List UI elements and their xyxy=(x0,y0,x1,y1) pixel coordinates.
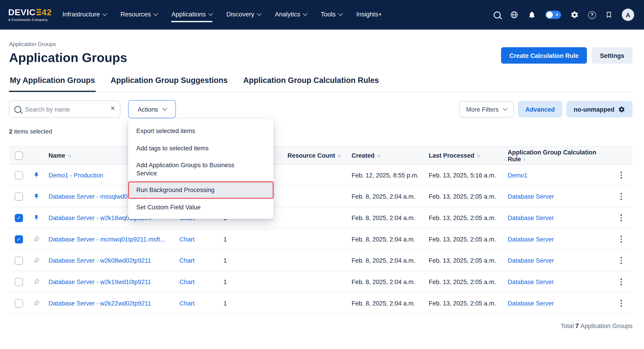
total-count: Total7Application Groups xyxy=(9,322,632,330)
kebab-menu-icon[interactable] xyxy=(617,300,625,307)
group-name-link[interactable]: Database Server - mcmwq01tp9211.msft... xyxy=(48,236,165,243)
settings-button[interactable]: Settings xyxy=(592,47,632,64)
chevron-down-icon xyxy=(208,11,213,16)
tab-application-group-suggestions[interactable]: Application Group Suggestions xyxy=(110,76,228,92)
last-processed-value: Feb. 13, 2025, 2:05 a.m. xyxy=(422,228,500,250)
sort-icon: ↑↓ xyxy=(338,153,341,158)
tab-my-application-groups[interactable]: My Application Groups xyxy=(9,76,96,92)
more-filters-button[interactable]: More Filters xyxy=(459,101,514,117)
saved-filter-button[interactable]: no-unmapped xyxy=(566,101,632,117)
logo-subtitle: A Freshworks Company xyxy=(8,18,52,22)
row-checkbox[interactable] xyxy=(15,299,23,307)
calc-rule-link[interactable]: Database Server xyxy=(508,214,554,222)
group-name-link[interactable]: Database Server - w2k08wd02tp9211 xyxy=(48,257,151,264)
avatar[interactable]: A xyxy=(622,9,634,21)
tab-application-group-calculation-rules[interactable]: Application Group Calculation Rules xyxy=(242,76,380,92)
actions-menu: Export selected items Add tags to select… xyxy=(128,119,274,219)
pin-icon[interactable] xyxy=(29,215,43,221)
menu-item-set-custom-field-value[interactable]: Set Custom Field Value xyxy=(128,198,274,216)
nav-item-resources[interactable]: Resources xyxy=(120,7,158,22)
pin-icon[interactable] xyxy=(29,194,43,200)
row-checkbox[interactable] xyxy=(15,278,23,286)
column-header-calculation-rule[interactable]: Application Group Calculation Rule↑ xyxy=(500,146,610,164)
application-groups-table: Name↑↓ Resource Count↑↓ Created↑↓ Last P… xyxy=(9,146,632,314)
group-name-link[interactable]: Database Server - w2k22wd02tp9211 xyxy=(48,300,151,307)
group-name-link[interactable]: Demo1 - Production xyxy=(48,172,103,178)
advanced-button[interactable]: Advanced xyxy=(518,101,562,117)
main-nav: Infrastructure Resources Applications Di… xyxy=(62,7,382,22)
resource-count-value xyxy=(280,250,344,271)
theme-toggle[interactable]: ☀ xyxy=(545,11,561,19)
chart-link[interactable]: Chart xyxy=(180,257,194,264)
create-calculation-rule-button[interactable]: Create Calculation Rule xyxy=(501,47,587,64)
kebab-menu-icon[interactable] xyxy=(617,278,625,285)
globe-icon[interactable] xyxy=(510,11,518,19)
chart-link[interactable]: Chart xyxy=(180,300,194,307)
search-icon[interactable] xyxy=(494,12,501,18)
calc-rule-link[interactable]: Demo1 xyxy=(508,172,528,178)
pin-icon[interactable] xyxy=(29,279,43,285)
kebab-menu-icon[interactable] xyxy=(617,257,625,264)
kebab-menu-icon[interactable] xyxy=(617,236,625,242)
help-icon[interactable]: ? xyxy=(588,11,596,19)
group-name-link[interactable]: Database Server - mssqlwd0 xyxy=(48,193,128,200)
column-header-actions xyxy=(610,146,632,164)
bookmark-icon[interactable] xyxy=(606,11,612,18)
column-header-created[interactable]: Created↑↓ xyxy=(344,146,422,164)
gear-icon[interactable] xyxy=(570,11,578,19)
calc-rule-link[interactable]: Database Server xyxy=(508,300,554,307)
menu-item-add-application-groups-to-business-service[interactable]: Add Application Groups to Business Servi… xyxy=(128,156,274,182)
kebab-menu-icon[interactable] xyxy=(617,193,625,200)
count-value: 1 xyxy=(218,250,280,271)
search-input[interactable] xyxy=(9,101,120,118)
chevron-down-icon xyxy=(338,11,343,16)
breadcrumb[interactable]: Application Groups xyxy=(9,41,632,47)
row-checkbox[interactable] xyxy=(15,214,23,222)
last-processed-value: Feb. 13, 2025, 2:05 a.m. xyxy=(422,207,500,228)
bell-icon[interactable] xyxy=(528,11,536,19)
clear-search-icon[interactable]: ✕ xyxy=(110,105,116,112)
chart-link[interactable]: Chart xyxy=(180,236,194,243)
page-title: Application Groups xyxy=(9,50,127,66)
nav-item-insights-plus[interactable]: Insights+ xyxy=(356,7,382,22)
row-checkbox[interactable] xyxy=(15,192,23,200)
sort-icon: ↑ xyxy=(524,157,525,162)
actions-dropdown-button[interactable]: Actions xyxy=(128,100,176,118)
nav-item-infrastructure[interactable]: Infrastructure xyxy=(62,7,106,22)
calc-rule-link[interactable]: Database Server xyxy=(508,257,554,264)
calc-rule-link[interactable]: Database Server xyxy=(508,278,554,286)
pin-icon[interactable] xyxy=(29,236,43,242)
chevron-down-icon xyxy=(102,11,107,16)
logo-e-bars xyxy=(36,9,41,15)
group-name-link[interactable]: Database Server - w2k19wd10tp9211 xyxy=(48,278,151,286)
nav-item-discovery[interactable]: Discovery xyxy=(226,7,261,22)
column-header-resource-count[interactable]: Resource Count↑↓ xyxy=(280,146,344,164)
kebab-menu-icon[interactable] xyxy=(617,172,625,178)
selection-count: 2 items selected xyxy=(9,128,632,135)
pin-icon[interactable] xyxy=(29,258,43,264)
row-checkbox[interactable] xyxy=(15,171,23,179)
nav-item-analytics[interactable]: Analytics xyxy=(275,7,307,22)
last-processed-value: Feb. 13, 2025, 2:05 a.m. xyxy=(422,292,500,314)
nav-item-tools[interactable]: Tools xyxy=(321,7,342,22)
menu-item-run-background-processing[interactable]: Run Background Processing xyxy=(128,182,274,199)
resource-count-value xyxy=(280,164,344,186)
nav-item-applications[interactable]: Applications xyxy=(171,7,212,22)
menu-item-add-tags-to-selected-items[interactable]: Add tags to selected items xyxy=(128,140,274,156)
row-checkbox[interactable] xyxy=(15,235,23,243)
menu-item-export-selected-items[interactable]: Export selected items xyxy=(128,122,274,140)
pin-icon[interactable] xyxy=(29,300,43,306)
calc-rule-link[interactable]: Database Server xyxy=(508,193,554,200)
pin-icon[interactable] xyxy=(29,172,43,178)
resource-count-value xyxy=(280,228,344,250)
kebab-menu-icon[interactable] xyxy=(617,214,625,221)
device42-logo[interactable]: DEVIC42 A Freshworks Company xyxy=(8,8,52,22)
select-all-checkbox[interactable] xyxy=(15,151,23,160)
column-header-last-processed[interactable]: Last Processed↑↓ xyxy=(422,146,500,164)
created-value: Feb. 8, 2025, 2:04 a.m. xyxy=(344,271,422,292)
calc-rule-link[interactable]: Database Server xyxy=(508,236,554,243)
row-checkbox[interactable] xyxy=(15,256,23,265)
created-value: Feb. 8, 2025, 2:04 a.m. xyxy=(344,292,422,314)
chevron-down-icon xyxy=(257,11,262,16)
chart-link[interactable]: Chart xyxy=(180,278,194,286)
